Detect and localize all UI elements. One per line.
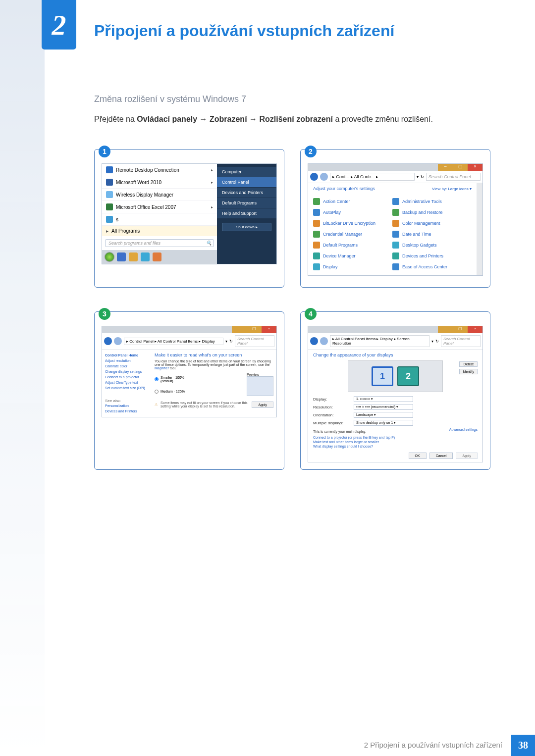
instr-post: a proveďte změnu rozlišení. [333, 115, 433, 123]
orientation-select[interactable]: Landscape ▾ [354, 412, 413, 418]
taskbar-icon[interactable] [129, 252, 138, 261]
view-by[interactable]: View by: Large icons ▾ [432, 187, 472, 191]
cp-gadgets[interactable]: Desktop Gadgets [392, 240, 472, 251]
min-icon[interactable]: – [232, 326, 247, 333]
ds-link-calibrate[interactable]: Calibrate color [105, 363, 152, 369]
ds-see-pers[interactable]: Personalization [105, 403, 152, 408]
cp-admin-tools[interactable]: Administrative Tools [392, 196, 472, 207]
cp-home-link[interactable]: Control Panel Home [105, 353, 152, 358]
taskbar-icon[interactable] [117, 252, 126, 261]
cancel-button[interactable]: Cancel [429, 453, 453, 459]
cp-display[interactable]: Display [313, 261, 392, 272]
cp-item-label: Administrative Tools [402, 199, 442, 204]
cp-ease[interactable]: Ease of Access Center [392, 261, 472, 272]
chevron-down-icon[interactable]: ▾ [225, 339, 227, 344]
cp-color[interactable]: Color Management [392, 218, 472, 229]
max-icon[interactable]: ▢ [453, 326, 468, 333]
close-icon[interactable]: × [468, 326, 482, 333]
monitor-2[interactable]: 2 [397, 366, 419, 386]
start-orb-icon[interactable] [105, 252, 114, 261]
apply-button[interactable]: Apply [252, 402, 273, 408]
sm-item-excel[interactable]: Microsoft Office Excel 2007▸ [102, 201, 217, 213]
display-select[interactable]: 1. ▪▪▪▪▪▪▪▪ ▾ [354, 396, 413, 402]
detect-button[interactable]: Detect [459, 361, 478, 367]
search-input[interactable]: Search programs and files🔍 [105, 239, 214, 247]
forward-button[interactable] [320, 173, 328, 181]
shutdown-button[interactable]: Shut down ▸ [222, 223, 271, 231]
opt-medium[interactable]: Medium - 125% [155, 390, 187, 394]
sm-item-wdm[interactable]: Wireless Display Manager [102, 189, 217, 201]
min-icon[interactable]: – [438, 326, 453, 333]
refresh-icon[interactable]: ↻ [421, 175, 424, 179]
max-icon[interactable]: ▢ [247, 326, 262, 333]
larger-link[interactable]: Make text and other items larger or smal… [313, 440, 379, 444]
ok-button[interactable]: OK [409, 453, 427, 459]
refresh-icon[interactable]: ↻ [435, 339, 439, 344]
path-field[interactable]: ▸ Control Panel ▸ All Control Panel Item… [124, 338, 223, 345]
radio-smaller[interactable] [155, 377, 159, 381]
cp-default-programs[interactable]: Default Programs [313, 240, 392, 251]
cp-backup[interactable]: Backup and Restore [392, 207, 472, 218]
close-icon[interactable]: × [262, 326, 276, 333]
ds-link-dpi[interactable]: Set custom text size (DPI) [105, 385, 152, 391]
ds-link-projector[interactable]: Connect to a projector [105, 374, 152, 380]
projector-link[interactable]: Connect to a projector (or press the ⊞ k… [313, 436, 395, 439]
all-programs[interactable]: ▸All Programs [102, 226, 217, 236]
cp-bitlocker[interactable]: BitLocker Drive Encryption [313, 218, 392, 229]
multi-select[interactable]: Show desktop only on 1 ▾ [354, 420, 413, 426]
chevron-down-icon[interactable]: ▾ [417, 175, 419, 179]
monitor-preview[interactable]: 1 2 [348, 360, 443, 392]
taskbar-icon[interactable] [153, 252, 161, 261]
resolution-select[interactable]: ▪▪▪▪ × ▪▪▪▪ (recommended) ▾ [354, 404, 413, 410]
sm-item-s[interactable]: s [102, 213, 217, 226]
smr-control-panel[interactable]: Control Panel [217, 177, 276, 188]
monitor-1[interactable]: 1 [372, 366, 393, 386]
what-link[interactable]: What display settings should I choose? [313, 445, 373, 448]
apply-button[interactable]: Apply [456, 453, 478, 459]
identify-button[interactable]: Identify [459, 369, 478, 374]
step-badge-1: 1 [99, 146, 110, 157]
sm-label: Microsoft Word 2010 [116, 180, 161, 185]
back-button[interactable] [104, 337, 112, 345]
instr-arrow2: → [247, 115, 260, 123]
sr-search-input[interactable]: Search Control Panel [441, 335, 481, 347]
ds-link-cleartype[interactable]: Adjust ClearType text [105, 380, 152, 385]
cp-item-label: Ease of Access Center [402, 264, 447, 269]
path-field[interactable]: ▸ Cont... ▸ All Contr... ▸ [330, 173, 415, 181]
min-icon[interactable]: – [438, 164, 453, 171]
close-icon[interactable]: × [468, 164, 482, 171]
forward-button[interactable] [320, 337, 328, 345]
scrollbar[interactable] [477, 183, 482, 275]
smr-devices[interactable]: Devices and Printers [217, 188, 276, 198]
ds-link-adjres[interactable]: Adjust resolution [105, 358, 152, 363]
taskbar-ie-icon[interactable] [141, 252, 150, 261]
ds-link-change[interactable]: Change display settings [105, 369, 152, 374]
smr-defaults[interactable]: Default Programs [217, 198, 276, 208]
ds-search-input[interactable]: Search Control Panel [235, 335, 274, 347]
path-field[interactable]: ▸ All Control Panel Items ▸ Display ▸ Sc… [330, 335, 429, 347]
cp-autoplay[interactable]: AutoPlay [313, 207, 392, 218]
sm-item-word[interactable]: Microsoft Word 2010▸ [102, 176, 217, 189]
back-button[interactable] [310, 337, 318, 345]
chevron-down-icon[interactable]: ▾ [431, 339, 433, 344]
sm-item-rdc[interactable]: Remote Desktop Connection▸ [102, 164, 217, 176]
cp-date[interactable]: Date and Time [392, 229, 472, 240]
cp-device-manager[interactable]: Device Manager [313, 251, 392, 261]
advanced-link[interactable]: Advanced settings [449, 428, 478, 431]
opt-smaller[interactable]: Smaller - 100% (default) [155, 376, 187, 383]
magnifier-link[interactable]: Magnifier [155, 366, 169, 370]
radio-medium[interactable] [155, 390, 159, 394]
max-icon[interactable]: ▢ [453, 164, 468, 171]
ds-see-dev[interactable]: Devices and Printers [105, 408, 152, 414]
cp-devices-printers[interactable]: Devices and Printers [392, 251, 472, 261]
smr-computer[interactable]: Computer [217, 167, 276, 177]
cp-item-label: Date and Time [402, 232, 431, 237]
refresh-icon[interactable]: ↻ [229, 339, 233, 344]
forward-button[interactable] [114, 337, 122, 345]
cp-search-input[interactable]: Search Control Panel [426, 173, 481, 181]
cp-action-center[interactable]: Action Center [313, 196, 392, 207]
smr-help[interactable]: Help and Support [217, 208, 276, 219]
cp-credential[interactable]: Credential Manager [313, 229, 392, 240]
back-button[interactable] [310, 173, 318, 181]
app-icon [106, 166, 113, 173]
